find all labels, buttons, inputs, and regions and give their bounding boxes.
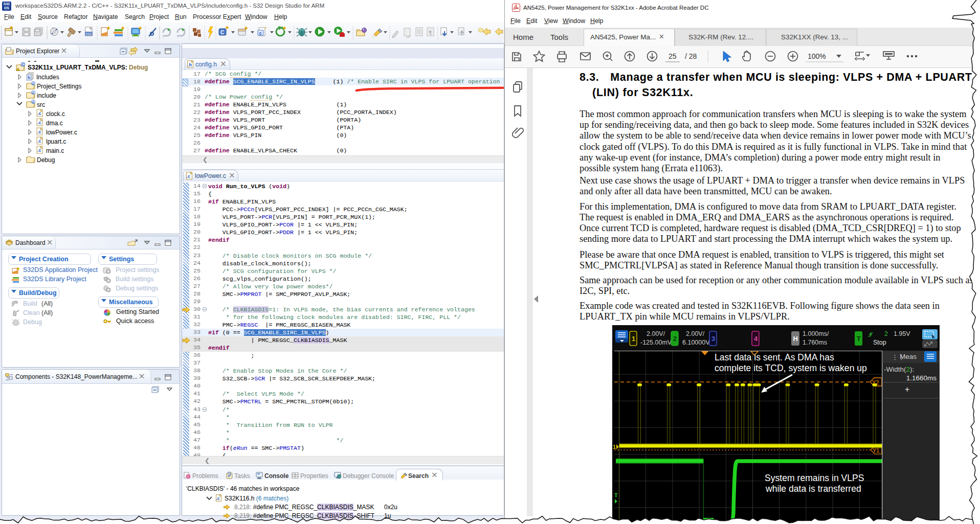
svg-text:¶: ¶	[429, 29, 432, 35]
svg-text:.c: .c	[37, 148, 41, 153]
svg-text:Last data is sent. As DMA has: Last data is sent. As DMA has	[715, 352, 834, 362]
svg-text:c: c	[32, 91, 34, 95]
svg-text:.c: .c	[37, 120, 41, 125]
svg-text:6.10000V: 6.10000V	[682, 339, 710, 346]
svg-text:C: C	[22, 63, 25, 66]
svg-text:Stop: Stop	[873, 339, 886, 346]
svg-text:2.00V/: 2.00V/	[686, 330, 705, 337]
svg-text:1: 1	[613, 444, 616, 450]
svg-text:System remains in VLPS: System remains in VLPS	[765, 473, 864, 483]
svg-text:c: c	[259, 31, 262, 36]
svg-text:010: 010	[86, 32, 92, 36]
svg-text:-125.00mV: -125.00mV	[640, 339, 672, 346]
svg-text:2: 2	[673, 335, 677, 343]
svg-text:c: c	[32, 100, 34, 104]
svg-text:1.000ms/: 1.000ms/	[803, 330, 829, 337]
svg-text:while data is transferred: while data is transferred	[765, 484, 861, 494]
svg-text:T: T	[614, 492, 618, 498]
svg-text:h: h	[28, 75, 30, 80]
svg-text:/ 28: / 28	[685, 52, 697, 60]
svg-text:1.95V: 1.95V	[894, 330, 910, 337]
svg-text:2.00V/: 2.00V/	[647, 330, 665, 337]
svg-text:.c: .c	[37, 111, 41, 116]
svg-text:H: H	[793, 335, 798, 343]
svg-text:.h: .h	[188, 62, 192, 67]
svg-text:C: C	[220, 30, 224, 35]
svg-text:.c: .c	[216, 496, 220, 501]
svg-text:3: 3	[711, 335, 715, 343]
svg-text:T: T	[857, 335, 861, 343]
svg-text:Y1: Y1	[873, 447, 879, 453]
svg-text:.c: .c	[37, 129, 41, 134]
svg-text:c: c	[32, 82, 34, 85]
svg-text:1: 1	[632, 335, 635, 343]
svg-text:!: !	[188, 474, 189, 479]
svg-text:2: 2	[884, 330, 888, 337]
svg-text:25: 25	[669, 52, 677, 60]
svg-text:1.1660ms: 1.1660ms	[906, 374, 937, 382]
svg-text:4: 4	[754, 335, 758, 343]
svg-text:.c: .c	[37, 139, 41, 144]
svg-text:.c: .c	[187, 174, 191, 179]
svg-text:-Width(2):: -Width(2):	[884, 366, 914, 373]
svg-text:+: +	[905, 385, 909, 394]
svg-text:Meas: Meas	[900, 353, 917, 360]
svg-text:complete its TCD, system is wa: complete its TCD, system is waken up	[715, 363, 867, 373]
svg-text:1.760ms: 1.760ms	[803, 339, 827, 346]
svg-text:100%: 100%	[808, 52, 826, 60]
